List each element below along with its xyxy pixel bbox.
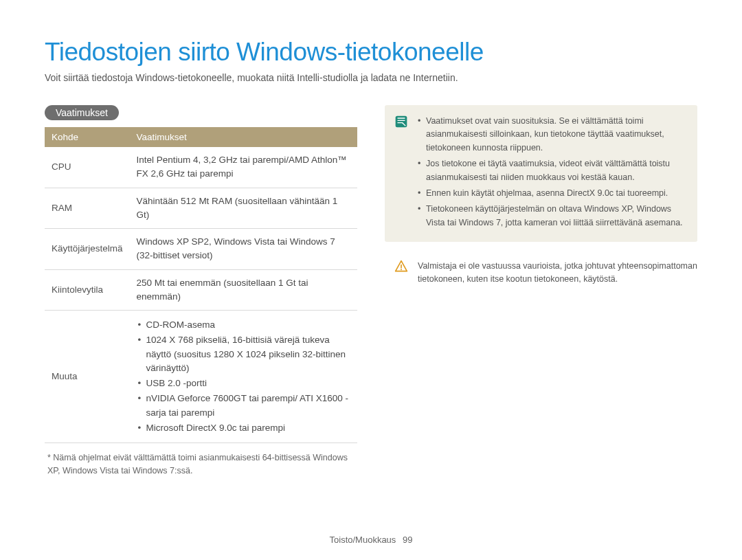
page-title: Tiedostojen siirto Windows-tietokoneelle — [45, 38, 697, 67]
left-column: Vaatimukset Kohde Vaatimukset CPU Intel … — [45, 105, 357, 478]
req-label: CPU — [45, 147, 130, 188]
svg-point-2 — [401, 269, 402, 270]
table-row: Kiintolevytila 250 Mt tai enemmän (suosi… — [45, 269, 357, 311]
requirements-table: Kohde Vaatimukset CPU Intel Pentium 4, 3… — [45, 127, 357, 443]
req-value: 250 Mt tai enemmän (suositellaan 1 Gt ta… — [130, 269, 357, 311]
footnote-text: * Nämä ohjelmat eivät välttämättä toimi … — [45, 451, 357, 478]
table-row: Muuta CD-ROM-asema 1024 X 768 pikseliä, … — [45, 311, 357, 443]
footer-section: Toisto/Muokkaus — [330, 535, 396, 545]
other-item: Microsoft DirectX 9.0c tai parempi — [137, 421, 350, 435]
other-item: CD-ROM-asema — [137, 318, 350, 332]
req-value: Windows XP SP2, Windows Vista tai Window… — [130, 229, 357, 270]
warning-box: Valmistaja ei ole vastuussa vaurioista, … — [385, 260, 697, 287]
col-header-vaatimukset: Vaatimukset — [130, 127, 357, 147]
req-label-other: Muuta — [45, 311, 130, 443]
intro-text: Voit siirtää tiedostoja Windows-tietokon… — [45, 72, 697, 83]
warning-icon — [394, 260, 408, 273]
table-row: Käyttöjärjestelmä Windows XP SP2, Window… — [45, 229, 357, 270]
req-label: Kiintolevytila — [45, 269, 130, 311]
req-value-other: CD-ROM-asema 1024 X 768 pikseliä, 16-bit… — [130, 311, 357, 443]
other-item: USB 2.0 -portti — [137, 377, 350, 390]
page-footer: Toisto/Muokkaus 99 — [0, 535, 742, 545]
req-value: Vähintään 512 Mt RAM (suositellaan vähin… — [130, 188, 357, 229]
req-value: Intel Pentium 4, 3,2 GHz tai parempi/AMD… — [130, 147, 357, 188]
memo-icon — [394, 115, 408, 128]
table-row: RAM Vähintään 512 Mt RAM (suositellaan v… — [45, 188, 357, 229]
table-row: CPU Intel Pentium 4, 3,2 GHz tai parempi… — [45, 147, 357, 188]
req-label: Käyttöjärjestelmä — [45, 229, 130, 270]
col-header-kohde: Kohde — [45, 127, 130, 147]
section-heading-pill: Vaatimukset — [45, 105, 119, 120]
req-label: RAM — [45, 188, 130, 229]
other-item: nVIDIA Geforce 7600GT tai parempi/ ATI X… — [137, 392, 350, 420]
info-note-item: Ennen kuin käytät ohjelmaa, asenna Direc… — [418, 187, 686, 200]
other-item: 1024 X 768 pikseliä, 16-bittisiä värejä … — [137, 333, 350, 375]
right-column: Vaatimukset ovat vain suosituksia. Se ei… — [385, 105, 697, 478]
info-note-item: Jos tietokone ei täytä vaatimuksia, vide… — [418, 157, 686, 184]
info-note-item: Vaatimukset ovat vain suosituksia. Se ei… — [418, 115, 686, 155]
warning-text: Valmistaja ei ole vastuussa vaurioista, … — [418, 260, 697, 287]
footer-page-number: 99 — [403, 535, 412, 545]
info-note-box: Vaatimukset ovat vain suosituksia. Se ei… — [385, 105, 697, 242]
info-note-item: Tietokoneen käyttöjärjestelmän on oltava… — [418, 203, 686, 229]
